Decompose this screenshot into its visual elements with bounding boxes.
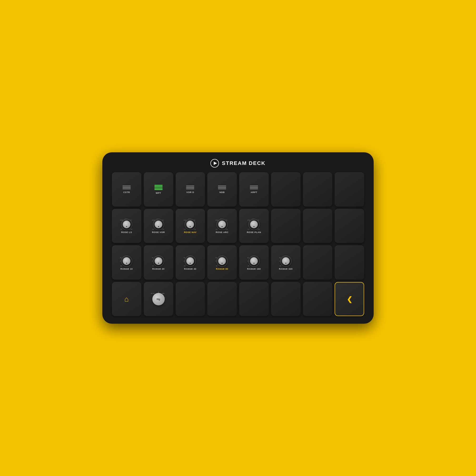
hg-knob: Hg (152, 293, 165, 305)
svg-text:10: 10 (248, 265, 249, 267)
btn-empty-1 (271, 172, 301, 206)
btn-empty-13 (303, 282, 333, 316)
stream-deck-device: STREAM DECK CSTR WPT VOR D NDB (102, 152, 374, 324)
btn-label-range-10: RANGE 10 (120, 268, 133, 270)
btn-label-rose-vor: ROSE VOR (152, 231, 165, 234)
knob-range-20: 10 20 40 80 160 320 (152, 255, 165, 267)
btn-label-arpt: ARPT (251, 191, 257, 193)
knob-rose-vor: VOR NAV ARC LS PLAN (152, 219, 165, 230)
btn-rose-nav[interactable]: VOR NAV ARC LS PLAN ROSE NAV (176, 209, 205, 243)
btn-label-rose-nav: ROSE NAV (184, 231, 197, 234)
btn-label-range-160: RANGE 160 (247, 268, 261, 270)
lines-icon-arpt (250, 186, 258, 189)
svg-text:LS: LS (248, 228, 249, 230)
knob-range-320: 10 20 40 80 160 320 (280, 255, 292, 267)
btn-wpt[interactable]: WPT (144, 172, 173, 206)
svg-text:LS: LS (120, 228, 122, 230)
btn-label-wpt: WPT (156, 192, 161, 194)
btn-empty-12 (271, 282, 301, 316)
btn-label-cstr: CSTR (123, 191, 130, 193)
knob-range-160: 10 20 40 80 160 320 (248, 255, 260, 267)
svg-text:10: 10 (216, 265, 218, 267)
btn-range-160[interactable]: 10 20 40 80 160 320 RANGE 160 (239, 245, 269, 280)
svg-text:LS: LS (216, 228, 218, 230)
knob-range-80: 10 20 40 80 160 320 (216, 255, 228, 267)
btn-empty-6 (335, 209, 364, 243)
lines-icon-vord (186, 186, 194, 189)
svg-marker-1 (214, 162, 217, 165)
btn-label-vord: VOR D (186, 191, 194, 193)
svg-text:10: 10 (280, 265, 281, 267)
stream-deck-logo-icon (210, 159, 219, 168)
lines-icon-ndb (218, 186, 226, 189)
svg-text:10: 10 (120, 265, 122, 267)
header: STREAM DECK (210, 159, 265, 168)
btn-label-range-40: RANGE 40 (184, 268, 197, 270)
hg-label: Hg (157, 298, 160, 301)
btn-range-10[interactable]: 10 20 40 80 160 320 RANGE 10 (112, 245, 141, 280)
btn-rose-arc[interactable]: VOR NAV ARC LS PLAN ROSE ARC (207, 209, 237, 243)
btn-empty-7 (303, 245, 333, 280)
button-grid: CSTR WPT VOR D NDB ARPT (112, 172, 364, 316)
btn-cstr[interactable]: CSTR (112, 172, 141, 206)
svg-text:IN HG: IN HG (151, 293, 155, 294)
btn-empty-8 (335, 245, 364, 280)
lines-icon-wpt (154, 185, 163, 190)
knob-rose-plan: VOR NAV ARC LS PLAN (248, 219, 260, 230)
btn-back[interactable]: ❮ (335, 282, 364, 316)
knob-rose-nav: VOR NAV ARC LS PLAN (184, 219, 196, 230)
btn-label-range-80: RANGE 80 (216, 268, 228, 270)
btn-rose-plan[interactable]: VOR NAV ARC LS PLAN ROSE PLAN (239, 209, 269, 243)
brand-name: STREAM DECK (222, 160, 265, 166)
btn-home[interactable]: ⌂ (112, 282, 141, 316)
btn-label-ndb: NDB (220, 191, 225, 193)
btn-range-40[interactable]: 10 20 40 80 160 320 RANGE 40 (176, 245, 205, 280)
btn-empty-2 (303, 172, 333, 206)
knob-range-40: 10 20 40 80 160 320 (184, 255, 196, 267)
btn-range-320[interactable]: 10 20 40 80 160 320 RANGE 320 (271, 245, 301, 280)
btn-label-range-320: RANGE 320 (279, 268, 292, 270)
btn-vor-d[interactable]: VOR D (176, 172, 205, 206)
lines-icon-cstr (122, 186, 131, 189)
knob-rose-ls: VOR NAV ARC LS PLAN (120, 219, 133, 230)
knob-rose-arc: VOR NAV ARC LS PLAN (216, 219, 228, 230)
svg-text:LS: LS (184, 228, 186, 230)
btn-label-rose-arc: ROSE ARC (216, 231, 228, 234)
btn-arpt[interactable]: ARPT (239, 172, 269, 206)
btn-label-rose-plan: ROSE PLAN (247, 231, 261, 234)
btn-hg[interactable]: IN HG hPa Hg (144, 282, 173, 316)
svg-text:10: 10 (152, 265, 154, 267)
btn-rose-ls[interactable]: VOR NAV ARC LS PLAN ROSE LS (112, 209, 141, 243)
btn-range-20[interactable]: 10 20 40 80 160 320 RANGE 20 (144, 245, 173, 280)
btn-empty-3 (335, 172, 364, 206)
btn-empty-9 (176, 282, 205, 316)
btn-label-rose-ls: ROSE LS (121, 231, 132, 234)
btn-rose-vor[interactable]: VOR NAV ARC LS PLAN ROSE VOR (144, 209, 173, 243)
btn-range-80[interactable]: 10 20 40 80 160 320 RANGE 80 (207, 245, 237, 280)
btn-empty-11 (239, 282, 269, 316)
btn-empty-5 (303, 209, 333, 243)
svg-text:LS: LS (152, 228, 154, 230)
btn-empty-4 (271, 209, 301, 243)
back-chevron-icon: ❮ (347, 295, 352, 303)
btn-ndb[interactable]: NDB (207, 172, 237, 206)
knob-range-10: 10 20 40 80 160 320 (120, 255, 133, 267)
svg-text:10: 10 (184, 265, 186, 267)
btn-empty-10 (207, 282, 237, 316)
btn-label-range-20: RANGE 20 (152, 268, 165, 270)
home-icon: ⌂ (124, 295, 129, 303)
